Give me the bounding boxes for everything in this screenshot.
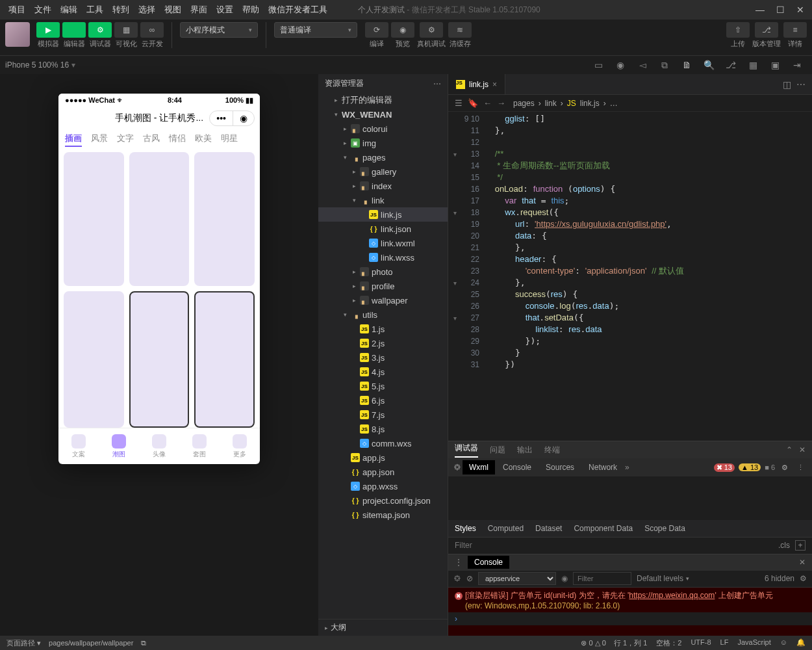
category-tab[interactable]: 欧美 [195,133,212,147]
category-tab[interactable]: 情侣 [169,133,186,147]
list-icon[interactable]: ☰ [455,98,463,108]
wallpaper-thumb[interactable] [129,152,190,286]
inspect-icon[interactable]: ⯐ [453,463,461,472]
breadcrumb[interactable]: ☰🔖←→ pages › link › JS link.js › … [448,95,812,112]
toolbar-button[interactable]: ≡ [783,22,807,38]
category-tab[interactable]: 文字 [117,133,134,147]
eye-icon[interactable]: ◉ [561,574,568,583]
menu-item[interactable]: 文件 [30,5,56,14]
tree-item[interactable]: ▸▖wallpaper [318,293,448,307]
toolbar-button[interactable]: ⚙ [420,22,443,38]
menu-item[interactable]: 选择 [134,5,160,14]
scope-select[interactable]: appservice [478,572,556,585]
tree-item[interactable]: JS3.js [318,350,448,365]
inspect-icon[interactable]: ⯐ [453,574,461,583]
tree-item[interactable]: JSapp.js [318,450,448,465]
tree-item[interactable]: ▸▖gallery [318,164,448,179]
toolbar-button[interactable]: ⎇ [755,22,778,38]
toolbar-button[interactable]: ⟳ [365,22,388,38]
tree-item[interactable]: JS6.js [318,393,448,408]
tab-problems[interactable]: 问题 [490,445,505,456]
tree-item[interactable]: ▾▗utils [318,307,448,322]
gear-icon[interactable]: ⚙ [779,463,791,472]
cursor-position[interactable]: 行 1，列 1 [614,638,647,648]
menu-item[interactable]: 微信开发者工具 [264,5,332,14]
device-label[interactable]: iPhone 5 100% 16 [5,60,69,70]
menu-item[interactable]: 帮助 [238,5,264,14]
toolbar-button[interactable] [62,22,86,38]
tree-project[interactable]: ▾WX_WENAN [318,107,448,122]
tree-item[interactable]: ▸▣img [318,136,448,150]
wallpaper-thumb[interactable] [129,291,190,428]
avatar[interactable] [5,22,30,47]
tree-item[interactable]: ▸▖profile [318,279,448,293]
copy-icon[interactable]: ⧉ [141,639,146,647]
tree-item[interactable]: ▾▗link [318,193,448,207]
code-editor[interactable]: ▾▾▾▾ 9 10 11 12 13 14 15 16 17 18 19 20 … [448,112,812,441]
close-icon[interactable]: ✕ [799,558,806,567]
error-badge[interactable]: ✖ 13 [714,463,735,472]
window-maximize[interactable]: ☐ [776,5,785,15]
chevron-up-icon[interactable]: ⌃ [786,445,793,454]
window-minimize[interactable]: — [755,5,765,15]
tree-item[interactable]: { }project.config.json [318,493,448,508]
toolbar-button[interactable]: ∞ [140,22,164,38]
page-path-label[interactable]: 页面路径 ▾ [6,638,41,648]
clear-icon[interactable]: ⊘ [466,574,473,583]
tree-item[interactable]: JS8.js [318,422,448,436]
tree-item[interactable]: ▸▖colorui [318,122,448,136]
copy-icon[interactable]: ⧉ [655,60,674,71]
bottom-nav-item[interactable]: 更多 [233,434,247,459]
more-icon[interactable]: ⋮ [794,463,807,472]
bottom-nav-item[interactable]: 潮图 [112,434,126,459]
menu-item[interactable]: 设置 [212,5,238,14]
tree-item[interactable]: ▾▗pages [318,150,448,164]
menu-item[interactable]: 编辑 [56,5,82,14]
toolbar-button[interactable]: ≋ [448,22,472,38]
category-tab[interactable]: 明星 [221,133,238,147]
tab-output[interactable]: 输出 [517,445,533,456]
mute-icon[interactable]: ◅ [633,60,652,70]
console-toggle-icon[interactable]: ⋮ [455,558,463,567]
nav-back-icon[interactable]: ← [483,98,492,108]
tab-component-data[interactable]: Component Data [574,524,633,533]
console-filter-input[interactable] [573,572,631,585]
grid-icon[interactable]: ▦ [743,60,763,70]
tab-computed[interactable]: Computed [488,524,524,533]
split-icon[interactable]: ◫ [783,79,791,90]
bookmark-icon[interactable]: 🔖 [468,98,478,108]
close-icon[interactable]: ✕ [799,445,806,454]
tree-item[interactable]: JS7.js [318,408,448,422]
more-icon[interactable]: ⋯ [796,79,806,90]
warn-badge[interactable]: ▲ 13 [739,463,761,471]
indentation[interactable]: 空格：2 [656,638,681,648]
tab-terminal[interactable]: 终端 [544,445,560,456]
category-tab[interactable]: 插画 [65,133,82,147]
toolbar-button[interactable]: ⇧ [726,22,750,38]
tree-item[interactable]: { }sitemap.json [318,508,448,522]
levels-dropdown[interactable]: Default levels [637,574,683,583]
tree-item[interactable]: ◇comm.wxs [318,436,448,450]
tree-item[interactable]: ▸▖index [318,179,448,193]
extend-icon[interactable]: ⇥ [787,60,807,70]
tree-item[interactable]: JSlink.js [318,207,448,222]
encoding[interactable]: UTF-8 [691,638,711,648]
wallpaper-thumb[interactable] [194,152,255,286]
tab-dataset[interactable]: Dataset [535,524,562,533]
tab-debugger[interactable]: 调试器 [455,443,478,458]
toolbar-button[interactable]: ◉ [391,22,414,38]
tree-item[interactable]: ▸▖photo [318,265,448,279]
menu-item[interactable]: 界面 [186,5,212,14]
outline-section[interactable]: ▸大纲 [318,619,448,636]
editor-tab[interactable]: JS link.js × [448,74,505,94]
styles-filter-input[interactable] [455,541,773,550]
menu-item[interactable]: 工具 [82,5,108,14]
phone-simulator[interactable]: ●●●●● WeChat ᯤ 8:44 100% ▮▮ 手机潮图 - 让手机秀.… [58,94,260,464]
category-tab[interactable]: 古风 [143,133,160,147]
feedback-icon[interactable]: ☺ [780,638,787,648]
tab-scope-data[interactable]: Scope Data [644,524,685,533]
bell-icon[interactable]: 🔔 [796,638,806,648]
tree-item[interactable]: { }app.json [318,465,448,479]
phone-icon[interactable]: ▭ [589,60,608,70]
tree-section[interactable]: ▸打开的编辑器 [318,93,448,107]
